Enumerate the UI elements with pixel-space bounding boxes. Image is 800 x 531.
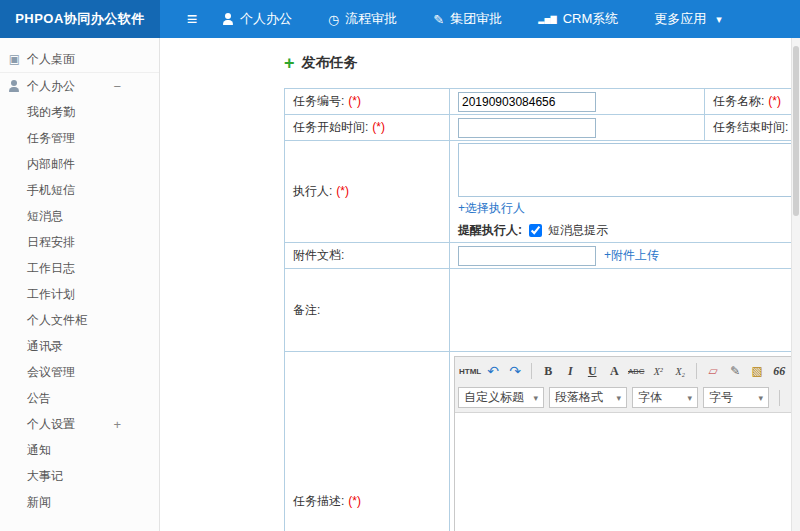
paragraph-format-select[interactable]: 段落格式 [549,387,627,408]
page-title-row: 发布任务 [284,50,800,76]
attachment-label: 附件文档: [293,248,344,262]
topbar: PHPOA协同办公软件 个人办公 流程审批 集团审批 CRM系统 [0,0,800,38]
expand-icon[interactable]: + [113,417,121,432]
source-button[interactable]: HTML [459,361,481,381]
remark-textarea[interactable] [458,271,800,349]
rich-text-editor: HTML↶↷ BIUAABCX²X₂ ▱✎▧66A [454,356,800,531]
toolbar-separator [531,363,532,379]
italic-button[interactable]: I [560,361,580,381]
nav-workflow-approval[interactable]: 流程审批 [328,10,397,28]
menu-icon [187,9,198,30]
sidebar-item-personal-desktop[interactable]: 个人桌面 [0,46,159,73]
sidebar-item-label: 公告 [27,390,51,407]
end-time-label-cell: 任务结束时间:(*) [705,115,800,141]
format-painter-button[interactable]: ✎ [725,361,745,381]
sidebar-item[interactable]: 任务管理 [0,125,159,151]
select-executor-link[interactable]: +选择执行人 [458,201,525,215]
sidebar-item[interactable]: 工作日志 [0,255,159,281]
sidebar-item[interactable]: 日程安排 [0,229,159,255]
nav-personal-office[interactable]: 个人办公 [222,10,292,28]
sidebar-item[interactable]: 个人文件柜 [0,307,159,333]
description-label-cell: 任务描述:(*) [285,352,450,531]
remove-format-button[interactable]: ▱ [703,361,723,381]
font-family-select[interactable]: 字体 [632,387,698,408]
remark-field-cell [450,269,800,352]
nav-label: 个人办公 [240,10,292,28]
remark-label: 备注: [293,303,320,317]
sidebar-item[interactable]: 通讯录 [0,333,159,359]
strikethrough-button[interactable]: ABC [626,361,646,381]
menu-button[interactable] [176,0,208,38]
sidebar-item[interactable]: 公告 [0,385,159,411]
required-mark: (*) [372,120,385,134]
user-icon [222,13,234,25]
blockquote-button[interactable]: 66 [769,361,789,381]
nav-crm-system[interactable]: CRM系统 [538,10,618,28]
scrollbar-thumb[interactable] [793,46,799,216]
sidebar-item[interactable]: 内部邮件 [0,151,159,177]
editor-toolbar: HTML↶↷ BIUAABCX²X₂ ▱✎▧66A [455,357,800,413]
redo-button[interactable]: ↷ [505,361,525,381]
task-number-input[interactable] [458,92,596,112]
sidebar-item[interactable]: 短消息 [0,203,159,229]
sidebar-item-personal-settings[interactable]: 个人设置 + [0,411,159,437]
toolbar-group-selects: 自定义标题 段落格式 字体 [458,387,774,408]
publish-task-form: 任务编号:(*) 任务名称:(*) 任务开始时间:(*) [284,88,800,531]
user-icon [8,80,21,92]
sidebar-item-label: 新闻 [27,494,51,511]
sidebar-item-label: 会议管理 [27,364,75,381]
sidebar-item-personal-office[interactable]: 个人办公 − [0,73,159,99]
font-size-select[interactable]: 字号 [703,387,769,408]
bold-button[interactable]: B [538,361,558,381]
add-icon [284,54,295,72]
nav-label: 流程审批 [345,10,397,28]
collapse-icon[interactable]: − [113,79,121,94]
nav-more-apps[interactable]: 更多应用 [654,10,722,28]
sidebar-item[interactable]: 工作计划 [0,281,159,307]
editor-body[interactable] [455,413,800,531]
font-button[interactable]: A [604,361,624,381]
sidebar-item-label: 个人设置 [27,416,75,433]
sidebar-extra-items: 通知 大事记 新闻 [0,437,159,515]
underline-button[interactable]: U [582,361,602,381]
start-time-input[interactable] [458,118,596,138]
sidebar-item[interactable]: 手机短信 [0,177,159,203]
sidebar-item[interactable]: 会议管理 [0,359,159,385]
sidebar-item-label: 个人桌面 [27,51,75,68]
sidebar-item-label: 日程安排 [27,234,75,251]
attachment-field-cell: +附件上传 [450,243,800,269]
sidebar-item[interactable]: 通知 [0,437,159,463]
sidebar-item-label: 短消息 [27,208,63,225]
sidebar-item[interactable]: 新闻 [0,489,159,515]
executor-textarea[interactable] [458,143,794,197]
task-number-label-cell: 任务编号:(*) [285,89,450,115]
sidebar-item[interactable]: 我的考勤 [0,99,159,125]
sidebar: 个人桌面 个人办公 − 我的考勤 任务管理 内部邮件 [0,38,160,531]
toolbar-separator [779,390,780,406]
sms-remind-checkbox[interactable] [529,224,542,237]
task-name-label: 任务名称: [713,94,764,108]
attachment-upload-link[interactable]: +附件上传 [604,247,659,264]
sidebar-item-label: 个人文件柜 [27,312,87,329]
start-time-label: 任务开始时间: [293,120,368,134]
editor-toolbar-row1: HTML↶↷ BIUAABCX²X₂ ▱✎▧66A [458,359,800,383]
caret-down-icon [716,13,722,26]
sidebar-item-label: 通知 [27,442,51,459]
required-mark: (*) [348,494,361,508]
undo-button[interactable]: ↶ [483,361,503,381]
highlight-button[interactable]: ▧ [747,361,767,381]
superscript-button[interactable]: X² [648,361,668,381]
executor-label-cell: 执行人:(*) [285,141,450,243]
subscript-button[interactable]: X₂ [670,361,690,381]
vertical-scrollbar[interactable] [791,38,800,531]
flow-icon [328,12,339,27]
sidebar-item[interactable]: 大事记 [0,463,159,489]
description-label: 任务描述: [293,494,344,508]
remind-executor-label: 提醒执行人: [458,222,522,239]
attachment-input[interactable] [458,246,596,266]
sidebar-item-label: 个人办公 [27,78,75,95]
custom-title-select[interactable]: 自定义标题 [458,387,544,408]
nav-group-approval[interactable]: 集团审批 [433,10,502,28]
sidebar-item-label: 我的考勤 [27,104,75,121]
toolbar-group-format: BIUAABCX²X₂ [537,361,691,381]
